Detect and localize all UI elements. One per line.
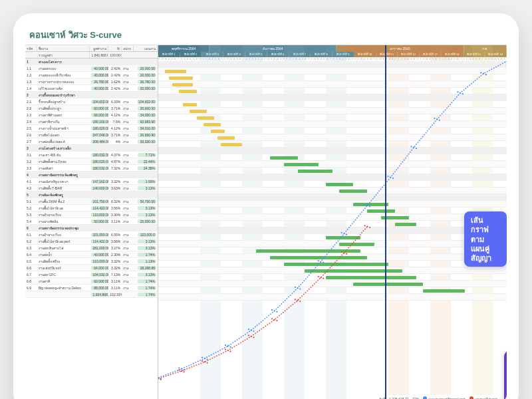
- gantt-bar[interactable]: [197, 116, 214, 120]
- task-row[interactable]: 6.6 งานเฟอร์นิเจอร์ 64,000.00 3.32% งาน …: [25, 265, 158, 271]
- gantt-area[interactable]: พฤศจิกายน 2564 ธันวาคม 2564 มกราคม 2565 …: [158, 45, 507, 399]
- col-name: ชื่องาน: [37, 46, 90, 51]
- gantt-row: [158, 281, 507, 287]
- gantt-bar[interactable]: [284, 163, 319, 166]
- total-amount: 1,840,868.00: [90, 53, 108, 57]
- gantt-row: [158, 114, 507, 121]
- task-row[interactable]: 6.8 งานทาสี 60,000.00 3.11% งาน 1.74%: [25, 278, 158, 285]
- task-row[interactable]: 2.5 งานรางน้ำฝน ดาดฟ้า 180,020.00 4.12% …: [25, 125, 158, 132]
- col-id: รหัส: [25, 46, 37, 51]
- arrow-actual: [504, 321, 507, 354]
- task-row[interactable]: 1.3 งานรายการประกอบแบบ 26,780.00 1.62% ง…: [25, 78, 158, 85]
- gantt-bar[interactable]: [326, 276, 416, 279]
- gantt-bar[interactable]: [353, 283, 423, 286]
- task-row[interactable]: 5.3 งานฝ้าฉาบเรียบ 110,000.00 3.30% งาน …: [25, 211, 158, 218]
- gantt-row: [158, 141, 507, 148]
- gantt-bar[interactable]: [326, 236, 360, 239]
- task-row[interactable]: 5.2 งานพื้นไม้ลามิเนต 114,422.00 3.56% ง…: [25, 205, 158, 211]
- svg-point-16: [274, 310, 275, 311]
- task-row[interactable]: 6.2 งานพื้นไม้ลามิเนต perf. 114,422.00 3…: [25, 238, 158, 245]
- task-row[interactable]: 2.1 รื้อถอนสิ่งปลูกสร้าง 104,602.00 6.33…: [25, 98, 158, 105]
- gantt-row: [158, 207, 507, 214]
- task-row[interactable]: 2.6 งานซีลโป่งแตก 347,048.00 3.71% งาน 3…: [25, 132, 158, 138]
- gantt-bar[interactable]: [183, 103, 197, 106]
- gantt-row: [158, 108, 507, 114]
- gantt-bar[interactable]: [169, 76, 194, 80]
- gantt-bar[interactable]: [298, 170, 332, 173]
- gantt-row: [158, 68, 507, 74]
- col-unit: หน่วย: [122, 46, 134, 51]
- task-row[interactable]: 1,654,868.00 102.33% 1.74%: [25, 291, 158, 298]
- sheet-body: รหัส ชื่องาน มูลค่างาน % หน่วย แผนงาน รว…: [25, 45, 507, 399]
- task-row[interactable]: 2.4 งานทาสีภายใน 180,102.00 7.6% งาน 62,…: [25, 118, 158, 125]
- task-row[interactable]: 4.2 งานติดตั้ง T-BAR 140,000.00 3.63% งา…: [25, 185, 158, 192]
- gantt-bar[interactable]: [284, 263, 388, 266]
- gantt-bar[interactable]: [270, 156, 298, 160]
- task-row[interactable]: 6.1 งานฝ้าฉาบเรียบ 101,000.00 6.55% งาน …: [25, 231, 158, 238]
- gantt-row: [158, 214, 507, 221]
- svg-point-52: [181, 370, 182, 372]
- svg-point-15: [271, 309, 273, 311]
- gantt-bar[interactable]: [172, 83, 193, 86]
- task-row[interactable]: 3 งานโครงสร้างเสาเหล็ก: [25, 145, 158, 152]
- gantt-bar[interactable]: [395, 223, 416, 226]
- svg-point-9: [225, 344, 226, 346]
- task-row[interactable]: 6.5 งานติดตั้งเครื่อง 110,000.00 3.32% ง…: [25, 258, 158, 265]
- task-row[interactable]: 6.4 งานท่อน้ำ 40,000.00 2.30% งาน 1.74%: [25, 251, 158, 258]
- gantt-row: [158, 274, 507, 281]
- gantt-bar[interactable]: [203, 123, 221, 126]
- gantt-bar[interactable]: [165, 70, 186, 73]
- task-row[interactable]: 6.7 งานท่อ GFC 104,032.00 7.13% งาน 3.13…: [25, 271, 158, 278]
- gantt-bar[interactable]: [179, 90, 196, 93]
- task-row[interactable]: 1.1 งานออกแบบ 40,000.00 2.42% งาน 20,000…: [25, 65, 158, 72]
- task-row[interactable]: 3.1 งานเสา 465 ต้น 180,032.00 4.37% งาน …: [25, 152, 158, 158]
- gantt-row: [158, 234, 507, 241]
- svg-point-49: [158, 378, 159, 379]
- gantt-bar[interactable]: [211, 130, 225, 133]
- gantt-row: [158, 128, 507, 134]
- svg-point-17: [276, 311, 277, 313]
- task-row[interactable]: 6 งานสถาปัตยกรรม หอประชุม: [25, 225, 158, 231]
- month-cell: ธันวาคม 2564: [209, 45, 336, 52]
- page-title: คอนเซาห์ วิศวะ S-curve: [25, 25, 507, 45]
- svg-point-3: [178, 367, 180, 368]
- gantt-bar[interactable]: [353, 203, 388, 206]
- task-row[interactable]: 5.1 งานพื้น SKIM ชั้น 2 101,750.00 6.32%…: [25, 198, 158, 205]
- task-row[interactable]: 1 ค่าแบบโครงการ: [25, 59, 158, 65]
- task-row[interactable]: 2.7 งานซ่อมพื้น class A 208,484.00 4% งา…: [25, 138, 158, 145]
- gantt-bar[interactable]: [190, 110, 207, 113]
- svg-point-51: [178, 369, 180, 370]
- gantt-bar[interactable]: [221, 143, 241, 146]
- gantt-bar[interactable]: [367, 209, 395, 213]
- today-line: [385, 45, 387, 399]
- gantt-row: [158, 247, 507, 254]
- gantt-row: [158, 134, 507, 141]
- gantt-bar[interactable]: [423, 289, 465, 293]
- task-row[interactable]: 5.4 งานฉาบขัดมัน 50,000.00 3.11% งาน 25,…: [25, 218, 158, 225]
- svg-point-64: [274, 319, 275, 321]
- task-panel: รหัส ชื่องาน มูลค่างาน % หน่วย แผนงาน รว…: [25, 45, 158, 399]
- svg-point-1: [158, 377, 159, 378]
- task-row[interactable]: 5 งานห้อง ห้องพักครู: [25, 192, 158, 198]
- task-row[interactable]: 2.2 งานติดตั้งประตูา 60,000.00 3.71% งาน…: [25, 105, 158, 112]
- task-row[interactable]: 4 งานสถาปัตยกรรม ห้องพักครู: [25, 172, 158, 178]
- task-row[interactable]: 3.2 งานติดตั้งคาน Truss 180,020.00 4.87%…: [25, 158, 158, 165]
- task-row[interactable]: 2 งานรื้อถอนและบำรุงรักษา: [25, 92, 158, 98]
- gantt-bar[interactable]: [339, 243, 374, 246]
- gantt-bar[interactable]: [326, 183, 354, 186]
- task-row[interactable]: 4.1 งานผนังก่ออิฐมวลเบา 147,162.00 3.32%…: [25, 178, 158, 185]
- svg-point-59: [229, 350, 231, 352]
- gantt-bar[interactable]: [256, 249, 360, 253]
- task-row[interactable]: 1.2 งานสอบแบบที่เกี่ยวข้อง 40,000.00 2.4…: [25, 72, 158, 78]
- task-row[interactable]: 2.3 งานทาสีด้านนอก 68,000.00 4.12% งาน 3…: [25, 112, 158, 118]
- gantt-bar[interactable]: [339, 190, 367, 193]
- col-qty: มูลค่างาน: [90, 46, 108, 51]
- task-row[interactable]: 3.3 งานหลังคา 180,032.00 7.32% งาน 24.38…: [25, 165, 158, 172]
- gantt-bar[interactable]: [305, 269, 402, 273]
- gantt-bar[interactable]: [217, 136, 235, 140]
- gantt-row: [158, 101, 507, 108]
- task-row[interactable]: 6.9 Big cleaning+ทำความ Defect 88,000.00…: [25, 285, 158, 291]
- task-row[interactable]: 1.4 แก้ไขแบบตามข้อ 40,000.00 2.42% งาน 2…: [25, 85, 158, 92]
- gantt-bar[interactable]: [270, 256, 368, 259]
- task-row[interactable]: 6.3 งานท่อเดินสายไฟ 281,000.00 3.27% งาน…: [25, 245, 158, 251]
